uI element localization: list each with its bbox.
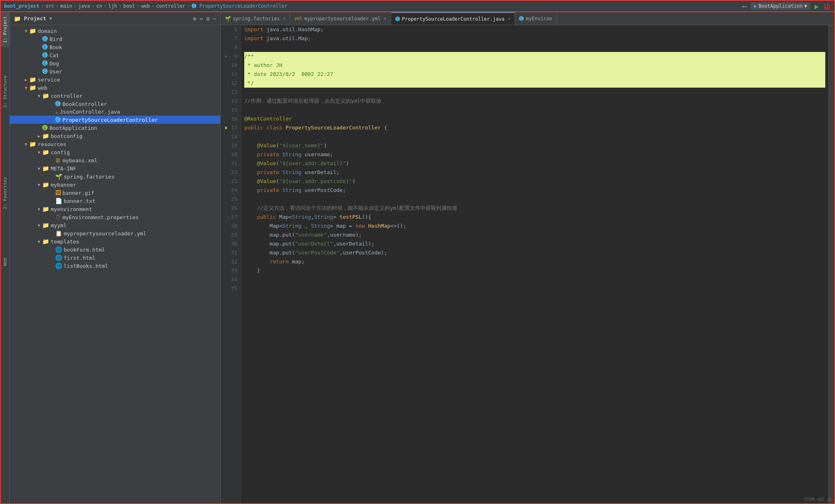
sidebar-tab-web[interactable]: Web [1, 254, 9, 270]
tab-spring-factories[interactable]: 🌱 spring.factories ✕ [221, 12, 290, 25]
tab-close-spring-factories[interactable]: ✕ [283, 16, 286, 21]
folder-icon-templates: 📁 [42, 238, 49, 245]
bc-web[interactable]: web [141, 3, 150, 9]
tree-item-myenvironment[interactable]: ▼ 📁 myenvironment [10, 205, 220, 213]
tree-item-myEnvironment-properties[interactable]: 🗒 myEnvironment.properties [10, 213, 220, 221]
code-line-29: map.put("username",username); [244, 230, 825, 239]
tree-label-banner-txt: banner.txt [64, 198, 95, 204]
tab-myEnviron[interactable]: 🅒 myEnviron [515, 12, 557, 25]
close-panel-icon[interactable]: − [213, 15, 216, 22]
tree-item-JsonController[interactable]: ☕ JsonController.java [10, 108, 220, 116]
tree-item-web[interactable]: ▼ 📁 web [10, 84, 220, 92]
navigate-back-icon[interactable]: ⟵ [743, 2, 747, 10]
line-num-17: ●17 [224, 123, 237, 132]
tree-item-bookForm[interactable]: 🌐 bookForm.html [10, 246, 220, 254]
folder-icon-config: 📁 [42, 149, 49, 155]
tree-item-bootconfig[interactable]: ▶ 📁 bootconfig [10, 132, 220, 140]
tab-close-PropertySourceLoaderController[interactable]: ✕ [508, 16, 510, 22]
sidebar-tab-project[interactable]: 1: Project [1, 12, 9, 47]
code-content[interactable]: import java.util.HashMap; import java.ut… [241, 25, 829, 503]
tree-arrow-web: ▼ [23, 86, 29, 90]
tree-item-META-INF[interactable]: ▼ 📁 META-INF [10, 164, 220, 172]
line-num-11: 11 [224, 70, 237, 79]
run-config-dropdown[interactable]: ▼ [804, 3, 807, 9]
tree-item-banner-txt[interactable]: 📄 banner.txt [10, 197, 220, 205]
class-icon-BookController: 🅒 [55, 101, 61, 107]
class-icon-Dog: 🅒 [42, 60, 48, 67]
project-panel-title: Project [24, 15, 46, 22]
tree-item-listBooks-html[interactable]: 🌐 listBooks.html [10, 262, 220, 270]
tree-item-templates[interactable]: ▼ 📁 templates [10, 237, 220, 246]
bc-ljh[interactable]: ljh [108, 3, 117, 9]
tree-item-PropertySourceLoaderController[interactable]: 🅒 PropertySourceLoaderController [10, 116, 220, 124]
tree-item-mybanner[interactable]: ▼ 📁 mybanner [10, 181, 220, 189]
line-num-32: 32 [224, 257, 237, 266]
settings-icon[interactable]: ⚙ [206, 15, 209, 22]
tab-icon-yml: yml [294, 16, 302, 21]
tree-item-spring-factories[interactable]: 🌱 spring.factories [10, 172, 220, 181]
tree-item-banner-gif[interactable]: 🖼 banner.gif [10, 189, 220, 197]
tree-label-spring-factories: spring.factories [64, 174, 114, 180]
tree-label-domain: domain [38, 28, 57, 34]
tree-item-controller[interactable]: ▼ 📁 controller [10, 92, 220, 100]
debug-button[interactable]: 🐞 [823, 2, 831, 10]
locate-icon[interactable]: ⊕ [193, 15, 196, 22]
code-line-6: import java.util.HashMap; [244, 25, 825, 34]
line-num-20: 20 [224, 150, 237, 159]
line-num-30: 30 [224, 239, 237, 248]
project-header-icons: ⊕ ⇔ ⚙ − [193, 15, 216, 22]
run-config[interactable]: ▶ BootApplication ▼ [751, 2, 810, 10]
breadcrumb-project[interactable]: boot_project [4, 3, 39, 9]
line-num-34: 34 [224, 275, 237, 284]
tree-item-Bird[interactable]: 🅒 Bird [10, 35, 220, 43]
bc-java[interactable]: java [78, 3, 90, 9]
tree-item-Dog[interactable]: 🅒 Dog [10, 59, 220, 67]
line-num-7: 7 [224, 34, 237, 43]
bc-src[interactable]: src [45, 3, 54, 9]
bc-boot[interactable]: boot [123, 3, 135, 9]
title-bar-right: ⟵ ▶ BootApplication ▼ ▶ 🐞 [743, 2, 831, 11]
tree-arrow-service: ▶ [23, 78, 29, 82]
tree-label-controller: controller [51, 93, 82, 99]
tree-item-service[interactable]: ▶ 📁 service [10, 75, 220, 84]
tree-label-bookForm: bookForm.html [64, 247, 105, 253]
tree-item-BootApplication[interactable]: 🅒 BootApplication [10, 124, 220, 132]
tree-label-JsonController: JsonController.java [60, 109, 120, 115]
line-num-27: ○27 [224, 213, 237, 222]
collapse-icon[interactable]: ⇔ [200, 15, 203, 22]
bc-main[interactable]: main [60, 3, 72, 9]
tree-item-config[interactable]: ▼ 📁 config [10, 148, 220, 156]
code-editor: 6 7 8 ≡○9 10 11 ○12 13 14 15 16 ●17 18 1… [221, 25, 834, 503]
sidebar-tab-favorites[interactable]: 2: Favorites [1, 173, 9, 213]
folder-icon-service: 📁 [29, 76, 36, 83]
bc-controller[interactable]: controller [156, 3, 185, 9]
tree-item-Cat[interactable]: 🅒 Cat [10, 51, 220, 59]
tree-item-first-html[interactable]: 🌐 first.html [10, 254, 220, 262]
project-dropdown-icon[interactable]: ▼ [49, 16, 52, 21]
code-line-10: * author JH [244, 61, 825, 70]
project-panel-header: 📁 Project ▼ ⊕ ⇔ ⚙ − [10, 12, 220, 25]
tree-item-resources[interactable]: ▼ 📁 resources [10, 140, 220, 148]
tree-item-myyml[interactable]: ▼ 📁 myyml [10, 221, 220, 229]
tree-item-domain[interactable]: ▼ 📁 domain [10, 27, 220, 35]
class-icon-BootApplication: 🅒 [42, 125, 48, 131]
run-button[interactable]: ▶ [814, 2, 819, 11]
tree-item-Book[interactable]: 🅒 Book [10, 43, 220, 51]
breadcrumb: boot_project › src › main › java › cn › … [4, 3, 287, 9]
properties-icon: 🗒 [55, 214, 61, 220]
tab-PropertySourceLoaderController[interactable]: 🅒 PropertySourceLoaderController.java ✕ [391, 12, 515, 25]
sidebar-tab-structure[interactable]: 2: Structure [1, 71, 9, 112]
tab-mypropertysourceloader[interactable]: yml mypropertysourceloader.yml ✕ [290, 12, 391, 25]
tree-arrow-myyml: ▼ [36, 223, 42, 228]
code-line-13 [244, 88, 825, 97]
tree-item-BookController[interactable]: 🅒 BookController [10, 100, 220, 108]
code-line-23: @Value("${user.addr.postcode}") [244, 177, 825, 186]
tree-label-BootApplication: BootApplication [49, 125, 97, 131]
bc-cn[interactable]: cn [96, 3, 102, 9]
tree-item-mybeans[interactable]: 🗎 mybeans.xml [10, 156, 220, 164]
tree-label-Dog: Dog [49, 60, 59, 67]
tab-close-mypropertysourceloader[interactable]: ✕ [384, 16, 387, 21]
tree-item-mypropertysourceloader-yml[interactable]: 📋 mypropertysourceloader.yml [10, 229, 220, 237]
tree-arrow-bootconfig: ▶ [36, 134, 42, 138]
tree-item-User[interactable]: 🅒 User [10, 67, 220, 75]
